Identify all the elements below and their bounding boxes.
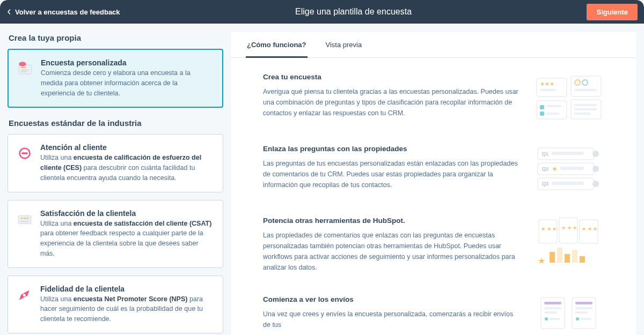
template-card-nps[interactable]: Fidelidad de la clientelaUtiliza una enc… <box>8 276 223 333</box>
app-header: Volver a encuestas de feedback Elige una… <box>0 0 644 24</box>
svg-rect-31 <box>552 152 584 155</box>
svg-rect-52 <box>580 256 585 263</box>
svg-rect-7 <box>18 215 31 224</box>
svg-rect-21 <box>540 105 544 109</box>
detail-panel: ¿Cómo funciona? Vista previa Crea tu enc… <box>231 32 636 335</box>
card-title: Fidelidad de la clientela <box>40 285 213 293</box>
svg-point-59 <box>545 317 548 321</box>
how-step-desc: Averigua qué piensa tu clientela gracias… <box>263 86 521 118</box>
template-card-csat[interactable]: Satisfacción de la clientelaUtiliza una … <box>8 200 223 268</box>
svg-rect-19 <box>574 89 597 91</box>
how-step-3: Potencia otras herramientas de HubSpot.L… <box>263 217 621 273</box>
how-step-illustration: ★ ★ ★★ ★ ★★ ★ ★★ <box>533 217 603 266</box>
svg-rect-50 <box>565 254 570 263</box>
svg-rect-60 <box>550 318 560 320</box>
svg-rect-22 <box>546 105 561 107</box>
how-step-title: Enlaza las preguntas con las propiedades <box>263 145 521 153</box>
svg-rect-48 <box>550 252 555 263</box>
standard-heading: Encuestas estándar de la industria <box>9 118 223 128</box>
svg-rect-20 <box>537 101 567 119</box>
back-link-label: Volver a encuestas de feedback <box>15 8 120 16</box>
template-card-ces[interactable]: Atención al clienteUtiliza una encuesta … <box>8 134 223 192</box>
svg-point-32 <box>592 151 599 157</box>
next-button[interactable]: Siguiente <box>587 4 638 20</box>
svg-text:Q3: Q3 <box>542 181 548 187</box>
template-sidebar: Crea la tuya propia Encuesta personaliza… <box>0 24 231 335</box>
svg-point-41 <box>592 181 599 187</box>
svg-rect-27 <box>574 108 597 110</box>
how-it-works-content: Crea tu encuestaAverigua qué piensa tu c… <box>231 58 636 335</box>
svg-text:★ ★ ★: ★ ★ ★ <box>541 226 557 232</box>
svg-rect-63 <box>575 311 588 314</box>
how-step-2: Enlaza las preguntas con las propiedades… <box>263 145 621 194</box>
how-step-desc: Las propiedades de comentarios que enlaz… <box>263 230 521 273</box>
svg-rect-3 <box>21 71 27 72</box>
svg-rect-2 <box>21 70 29 71</box>
svg-rect-24 <box>546 113 559 115</box>
svg-rect-40 <box>552 182 584 185</box>
how-step-desc: Una vez que crees y envíes la encuesta p… <box>263 309 521 330</box>
card-desc: Utiliza una encuesta Net Promoter Score … <box>40 294 213 324</box>
svg-rect-65 <box>581 318 591 320</box>
svg-rect-61 <box>575 302 592 304</box>
svg-rect-42 <box>539 220 557 243</box>
how-step-desc: Las preguntas de tus encuestas personali… <box>263 158 521 190</box>
page-title: Elige una plantilla de encuesta <box>295 7 412 17</box>
svg-text:★ ★ ★: ★ ★ ★ <box>582 226 597 232</box>
svg-rect-1 <box>21 67 26 69</box>
how-step-title: Comienza a ver los envíos <box>263 295 521 303</box>
tab-how-it-works[interactable]: ¿Cómo funciona? <box>246 32 308 58</box>
template-card-custom[interactable]: Encuesta personalizada Comienza desde ce… <box>8 49 223 108</box>
how-step-1: Crea tu encuestaAverigua qué piensa tu c… <box>263 73 621 122</box>
svg-rect-11 <box>20 221 28 222</box>
svg-rect-15 <box>540 89 556 91</box>
svg-rect-51 <box>572 250 577 263</box>
svg-text:★: ★ <box>552 165 558 173</box>
svg-rect-23 <box>540 111 544 116</box>
svg-point-4 <box>19 62 26 66</box>
card-title: Atención al cliente <box>40 143 213 152</box>
ces-icon <box>16 144 34 162</box>
back-link[interactable]: Volver a encuestas de feedback <box>6 8 120 16</box>
svg-rect-56 <box>544 302 561 304</box>
chevron-left-icon <box>6 9 12 14</box>
how-step-4: Comienza a ver los envíosUna vez que cre… <box>263 295 621 335</box>
svg-point-9 <box>24 217 25 219</box>
svg-point-37 <box>592 166 599 172</box>
svg-point-8 <box>21 217 23 219</box>
create-own-heading: Crea la tuya propia <box>9 33 223 42</box>
survey-custom-icon <box>16 59 34 78</box>
svg-rect-57 <box>544 307 561 309</box>
card-desc: Utiliza una encuesta de satisfacción del… <box>40 219 213 259</box>
how-step-illustration: ★★★ <box>533 73 603 122</box>
svg-text:Q1: Q1 <box>542 151 548 157</box>
csat-icon <box>16 210 34 228</box>
svg-text:Q2: Q2 <box>542 166 548 172</box>
svg-rect-16 <box>571 76 601 96</box>
tabs: ¿Cómo funciona? Vista previa <box>231 32 636 58</box>
how-step-illustration <box>533 295 603 335</box>
svg-point-10 <box>26 217 28 219</box>
how-step-title: Potencia otras herramientas de HubSpot. <box>263 217 521 225</box>
svg-rect-26 <box>574 104 597 106</box>
svg-rect-28 <box>574 113 590 115</box>
svg-rect-49 <box>557 248 562 263</box>
svg-rect-43 <box>559 218 577 243</box>
svg-point-12 <box>23 294 26 296</box>
svg-point-64 <box>576 317 579 321</box>
how-step-title: Crea tu encuesta <box>263 73 521 81</box>
svg-rect-36 <box>560 167 584 170</box>
svg-text:★ ★ ★: ★ ★ ★ <box>561 225 577 230</box>
svg-rect-6 <box>21 153 28 154</box>
card-desc: Comienza desde cero y elabora una encues… <box>41 68 213 98</box>
svg-rect-44 <box>580 220 598 243</box>
how-step-illustration: Q1Q2★Q3 <box>533 145 603 194</box>
svg-rect-62 <box>575 307 592 309</box>
svg-rect-58 <box>544 311 557 314</box>
card-title: Encuesta personalizada <box>41 58 213 67</box>
svg-text:★★★: ★★★ <box>540 81 554 87</box>
svg-rect-0 <box>19 65 32 74</box>
card-title: Satisfacción de la clientela <box>40 209 213 218</box>
tab-preview[interactable]: Vista previa <box>325 32 363 58</box>
svg-text:★: ★ <box>538 256 545 265</box>
